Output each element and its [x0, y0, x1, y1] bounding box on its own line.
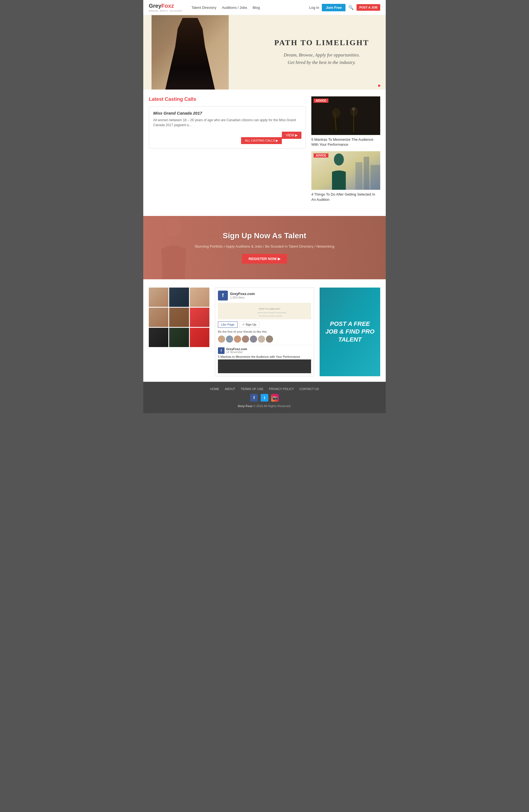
- fb-header: f GreyFoxz.com 1,054 likes: [218, 291, 311, 301]
- hero-text: PATH TO LIMELIGHT Dream, Browse, Apply f…: [274, 38, 369, 66]
- logo-tagline: DREAM. APPLY. SUCCEED.: [149, 10, 183, 12]
- svg-rect-15: [237, 303, 292, 319]
- fb-like-button[interactable]: Like Page: [218, 321, 238, 328]
- fb-avatar-5: [250, 335, 257, 343]
- page-wrapper: GreyFoxz DREAM. APPLY. SUCCEED. Talent D…: [143, 0, 386, 413]
- advice-image-2: ADVICE: [311, 151, 380, 190]
- svg-text:PATH TO LIMELIGHT: PATH TO LIMELIGHT: [259, 308, 281, 310]
- hero-model-figure: [152, 15, 229, 89]
- join-free-button[interactable]: Join Free: [322, 4, 345, 11]
- advice-image-1: ADVICE: [311, 97, 380, 135]
- photo-cell-2[interactable]: [169, 288, 189, 307]
- register-now-button[interactable]: REGISTER NOW ▶: [242, 254, 287, 264]
- footer-brand: Grey Foxz: [238, 404, 252, 408]
- footer-copyright: Grey Foxz © 2016 All Rights Reserved.: [149, 404, 380, 408]
- photo-cell-4[interactable]: [149, 308, 168, 327]
- signup-banner-title: Sign Up Now As Talent: [223, 231, 306, 240]
- fb-post-text: 5 Mantras to Mesmerize the Audience with…: [218, 355, 311, 358]
- hero-subtitle: Dream, Browse, Apply for oppurtunities. …: [274, 51, 369, 66]
- fb-post-author: GreyFoxz.com: [226, 347, 247, 351]
- advice-card-2[interactable]: ADVICE: [311, 151, 380, 202]
- view-button[interactable]: VIEW ▶: [282, 132, 301, 139]
- post-job-text: POST A FREE JOB & FIND PRO TALENT: [325, 320, 375, 344]
- twitter-social-icon[interactable]: t: [261, 394, 268, 402]
- nav-talent-directory[interactable]: Talent Directory: [191, 5, 216, 10]
- facebook-logo-icon: f: [218, 291, 228, 301]
- fb-post-header: f GreyFoxz.com 14 November: [218, 347, 311, 354]
- casting-card: Miss Grand Canada 2017 All women between…: [149, 106, 306, 148]
- search-icon[interactable]: 🔍: [348, 5, 354, 10]
- photo-cell-9[interactable]: [190, 328, 210, 347]
- footer-link-about[interactable]: ABOUT: [225, 387, 235, 391]
- header: GreyFoxz DREAM. APPLY. SUCCEED. Talent D…: [143, 0, 386, 15]
- logo-grey-text: Grey: [149, 3, 161, 9]
- casting-section-title: Latest Casting Calls: [149, 97, 306, 102]
- advice-badge-1: ADVICE: [314, 99, 328, 103]
- advice-card-1[interactable]: ADVICE: [311, 97, 380, 147]
- fb-avatar-4: [242, 335, 249, 343]
- header-right: Log In Join Free 🔍 POST A JOB: [309, 4, 380, 11]
- casting-card-desc: All women between 18 – 26 years of age w…: [153, 118, 301, 128]
- footer-link-terms[interactable]: TERMS OF USE: [241, 387, 264, 391]
- left-column: Latest Casting Calls Miss Grand Canada 2…: [149, 97, 306, 206]
- fb-post-logo-icon: f: [218, 347, 225, 354]
- svg-rect-3: [328, 120, 330, 131]
- post-job-banner[interactable]: POST A FREE JOB & FIND PRO TALENT: [319, 288, 380, 376]
- footer-copy-text: © 2016 All Rights Reserved.: [253, 404, 291, 408]
- main-nav: Talent Directory Auditions / Jobs Blog: [191, 5, 309, 10]
- fb-avatar-2: [226, 335, 233, 343]
- fb-friends-text: Be the first of your friends to like thi…: [218, 330, 311, 333]
- svg-point-1: [332, 108, 340, 118]
- hero-dots: [378, 85, 380, 87]
- fb-avatar-6: [258, 335, 265, 343]
- hero-subtitle-line2: Get hired by the best in the industry.: [274, 59, 369, 67]
- svg-rect-11: [364, 157, 369, 190]
- facebook-social-icon[interactable]: f: [250, 394, 258, 402]
- svg-text:Dream, Browse, Apply for oppor: Dream, Browse, Apply for opportunities: [258, 312, 286, 314]
- facebook-widget: f GreyFoxz.com 1,054 likes PATH TO LIMEL…: [215, 288, 314, 376]
- bottom-grid: f GreyFoxz.com 1,054 likes PATH TO LIMEL…: [143, 282, 386, 382]
- photo-grid: [149, 288, 210, 376]
- footer-link-privacy[interactable]: PRIVACY POLICY: [269, 387, 294, 391]
- svg-point-8: [352, 107, 355, 111]
- post-job-button[interactable]: POST A JOB: [357, 4, 380, 11]
- fb-avatar-1: [218, 335, 225, 343]
- photo-cell-1[interactable]: [149, 288, 168, 307]
- footer: HOME ABOUT TERMS OF USE PRIVACY POLICY C…: [143, 382, 386, 413]
- svg-text:Get hired by the best in indus: Get hired by the best in industry: [259, 315, 282, 317]
- hero-subtitle-line1: Dream, Browse, Apply for oppurtunities.: [274, 51, 369, 59]
- fb-avatars: [218, 335, 311, 343]
- photo-cell-6[interactable]: [190, 308, 210, 327]
- footer-link-home[interactable]: HOME: [210, 387, 219, 391]
- photo-cell-8[interactable]: [169, 328, 189, 347]
- main-content: Latest Casting Calls Miss Grand Canada 2…: [143, 89, 386, 213]
- footer-link-contact[interactable]: CONTACT US: [300, 387, 319, 391]
- footer-social: f t 📷: [149, 394, 380, 402]
- fb-post-image: [218, 360, 311, 373]
- instagram-social-icon[interactable]: 📷: [271, 394, 279, 402]
- svg-point-13: [334, 154, 344, 165]
- logo-area: GreyFoxz DREAM. APPLY. SUCCEED.: [149, 3, 183, 12]
- photo-cell-5[interactable]: [169, 308, 189, 327]
- photo-cell-3[interactable]: [190, 288, 210, 307]
- login-link[interactable]: Log In: [309, 5, 319, 10]
- nav-auditions-jobs[interactable]: Auditions / Jobs: [222, 5, 247, 10]
- signup-banner-bg-figure: [146, 216, 201, 279]
- casting-card-title: Miss Grand Canada 2017: [153, 111, 301, 115]
- nav-blog[interactable]: Blog: [253, 5, 260, 10]
- hero-title: PATH TO LIMELIGHT: [274, 38, 369, 47]
- photo-cell-7[interactable]: [149, 328, 168, 347]
- signup-banner-subtitle: Stunning Portfolio / Apply Auditions & J…: [195, 244, 334, 248]
- logo[interactable]: GreyFoxz: [149, 3, 174, 9]
- fb-likes: 1,054 likes: [230, 296, 255, 299]
- hero-model-image: [152, 15, 229, 89]
- fb-signup-button[interactable]: ✓ Sign Up: [239, 321, 259, 328]
- hero-banner: PATH TO LIMELIGHT Dream, Browse, Apply f…: [143, 15, 386, 89]
- hero-dot-1[interactable]: [378, 85, 380, 87]
- advice-card-title-2: 4 Things To Do After Getting Selected In…: [311, 192, 380, 202]
- footer-links: HOME ABOUT TERMS OF USE PRIVACY POLICY C…: [149, 387, 380, 391]
- fb-preview-svg: PATH TO LIMELIGHT Dream, Browse, Apply f…: [218, 303, 311, 319]
- svg-rect-7: [353, 110, 354, 132]
- signup-banner: Sign Up Now As Talent Stunning Portfolio…: [143, 216, 386, 279]
- all-casting-button[interactable]: ALL CASTING CALLS ▶: [241, 137, 282, 144]
